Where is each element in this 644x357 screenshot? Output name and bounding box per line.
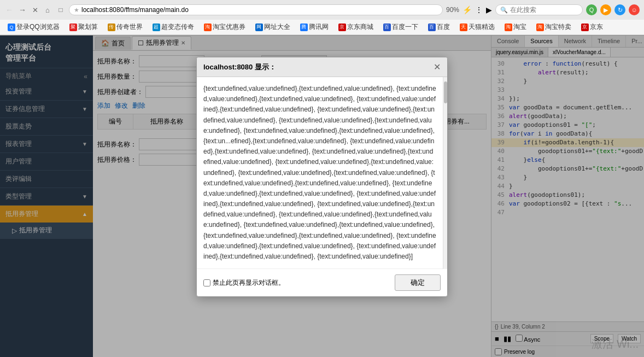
bookmark-jd2[interactable]: 京 京东 xyxy=(578,22,606,32)
bookmarks-bar: Q 登录QQ浏览器 聚 聚划算 传 传奇世界 超 超变态传奇 淘 淘宝优惠券 网… xyxy=(0,20,644,35)
bookmark-super[interactable]: 超 超变态传奇 xyxy=(149,22,197,32)
user-icon-green[interactable]: Q xyxy=(586,4,597,15)
bookmark-wangzhi-icon: 网 xyxy=(255,24,263,31)
modal-content-text: {text:undefined,value:undefined},{text:u… xyxy=(203,84,436,262)
bookmark-tencent-label: 腾讯网 xyxy=(309,22,329,32)
home-button[interactable]: ⌂ xyxy=(43,5,52,15)
bookmark-wangzhi-label: 网址大全 xyxy=(264,22,290,32)
modal-no-show-area: 禁止此页再显示对话框。 xyxy=(203,278,285,288)
tab-button[interactable]: □ xyxy=(56,5,66,15)
bookmark-taobao-coupon-label: 淘宝优惠券 xyxy=(213,22,245,32)
bookmark-taobao-label: 淘宝 xyxy=(513,22,526,32)
browser-actions: 90% ⚡ ⋮ ▶ xyxy=(446,5,492,14)
modal-scrollbar[interactable] xyxy=(443,77,447,269)
bookmark-jd-label: 京东商城 xyxy=(347,22,373,32)
bookmark-tmall-icon: 天 xyxy=(460,24,467,31)
bookmark-taobao-special[interactable]: 淘 淘宝特卖 xyxy=(533,22,575,32)
bookmark-jd2-label: 京东 xyxy=(590,22,603,32)
bookmark-tmall[interactable]: 天 天猫精选 xyxy=(456,22,498,32)
bookmark-jd[interactable]: 京 京东商城 xyxy=(335,22,377,32)
bookmark-tmall-label: 天猫精选 xyxy=(469,22,495,32)
bookmark-juhua[interactable]: 聚 聚划算 xyxy=(66,22,101,32)
modal-overlay: localhost:8080 显示： ✕ {text:undefined,val… xyxy=(0,35,644,357)
bookmark-qq[interactable]: Q 登录QQ浏览器 xyxy=(4,22,63,32)
bookmark-super-label: 超变态传奇 xyxy=(161,22,194,32)
bookmark-baidu-search-label: 百度一下 xyxy=(392,22,418,32)
reload-stop-button[interactable]: ✕ xyxy=(31,5,39,14)
bookmark-taobao-coupon-icon: 淘 xyxy=(204,24,212,31)
bookmark-baidu-search-icon: 百 xyxy=(383,24,391,31)
bookmark-jd-icon: 京 xyxy=(338,24,346,31)
search-input[interactable] xyxy=(510,6,592,14)
bookmark-taobao-special-icon: 淘 xyxy=(536,24,544,31)
profile-icon[interactable]: ☺ xyxy=(629,4,640,15)
grid-icon[interactable]: ⋮ xyxy=(475,5,483,14)
bookmark-juhua-label: 聚划算 xyxy=(78,22,98,32)
browser-titlebar: ← → ✕ ⌂ □ ★ 90% ⚡ ⋮ ▶ 🔍 Q ▶ ↻ ☺ xyxy=(0,0,644,20)
modal-body[interactable]: {text:undefined,value:undefined},{text:u… xyxy=(197,77,443,269)
bookmark-taobao-coupon[interactable]: 淘 淘宝优惠券 xyxy=(201,22,249,32)
modal-no-show-checkbox[interactable] xyxy=(203,279,210,286)
bookmark-qq-label: 登录QQ浏览器 xyxy=(16,22,60,32)
browser-chrome: ← → ✕ ⌂ □ ★ 90% ⚡ ⋮ ▶ 🔍 Q ▶ ↻ ☺ Q 登录QQ浏览… xyxy=(0,0,644,36)
more-button[interactable]: ▶ xyxy=(486,5,492,14)
address-input[interactable] xyxy=(81,6,438,14)
bookmark-tencent-icon: 腾 xyxy=(300,24,308,31)
back-button[interactable]: ← xyxy=(4,5,14,15)
modal-dialog: localhost:8080 显示： ✕ {text:undefined,val… xyxy=(196,57,448,297)
modal-header: localhost:8080 显示： ✕ xyxy=(197,57,447,77)
modal-ok-button[interactable]: 确定 xyxy=(395,274,441,291)
bookmark-qq-icon: Q xyxy=(8,24,15,31)
zoom-label: 90% xyxy=(446,6,459,14)
bookmark-super-icon: 超 xyxy=(153,24,160,31)
modal-no-show-label: 禁止此页再显示对话框。 xyxy=(213,278,285,288)
security-icon: ★ xyxy=(74,7,79,14)
forward-button[interactable]: → xyxy=(17,5,27,15)
bookmark-taobao-special-label: 淘宝特卖 xyxy=(545,22,571,32)
modal-close-button[interactable]: ✕ xyxy=(434,62,441,72)
lightning-icon: ⚡ xyxy=(462,5,472,14)
modal-scrollbar-thumb xyxy=(444,81,447,103)
search-icon: 🔍 xyxy=(500,7,508,14)
search-bar-container: 🔍 xyxy=(495,4,583,15)
bookmark-baidu-search[interactable]: 百 百度一下 xyxy=(380,22,421,32)
bookmark-taobao-icon: 淘 xyxy=(505,24,512,31)
bookmark-chuanqi[interactable]: 传 传奇世界 xyxy=(104,22,146,32)
bookmark-taobao[interactable]: 淘 淘宝 xyxy=(501,22,530,32)
bookmark-jd2-icon: 京 xyxy=(581,24,589,31)
modal-body-container: {text:undefined,value:undefined},{text:u… xyxy=(197,77,447,269)
bookmark-baidu-icon: 百 xyxy=(428,24,436,31)
bookmark-wangzhi[interactable]: 网 网址大全 xyxy=(252,22,294,32)
bookmark-tencent[interactable]: 腾 腾讯网 xyxy=(297,22,332,32)
modal-footer: 禁止此页再显示对话框。 确定 xyxy=(197,269,447,296)
extension-icon[interactable]: ▶ xyxy=(600,4,611,15)
modal-title: localhost:8080 显示： xyxy=(203,62,276,72)
bookmark-chuanqi-label: 传奇世界 xyxy=(116,22,143,32)
bookmark-baidu-label: 百度 xyxy=(437,22,450,32)
address-bar-container: ★ xyxy=(69,4,443,15)
bookmark-chuanqi-icon: 传 xyxy=(108,24,115,31)
bookmark-baidu[interactable]: 百 百度 xyxy=(425,22,453,32)
sync-icon[interactable]: ↻ xyxy=(614,4,625,15)
bookmark-juhua-icon: 聚 xyxy=(69,24,77,31)
